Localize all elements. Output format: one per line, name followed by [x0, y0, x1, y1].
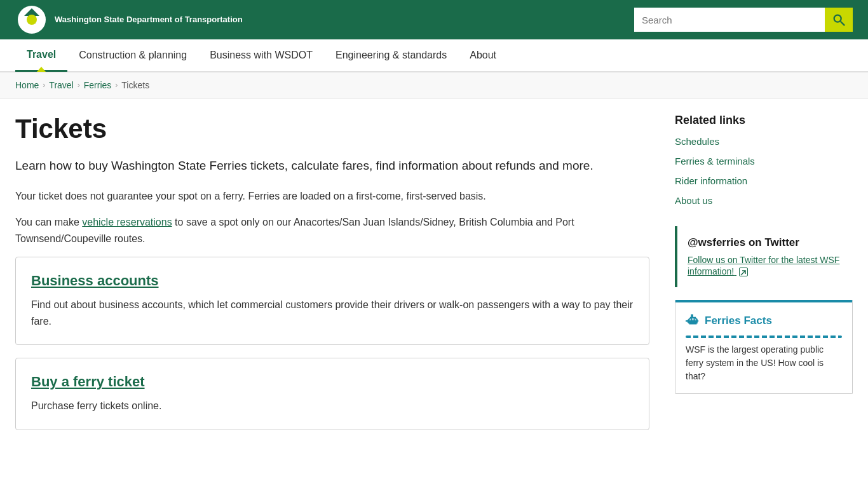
nav-item-construction[interactable]: Construction & planning: [67, 39, 198, 72]
body-text-2: You can make vehicle reservations to sav…: [15, 214, 649, 247]
ferry-icon: ⛴: [686, 313, 700, 329]
sidebar-link-rider-information[interactable]: Rider information: [675, 174, 853, 187]
page-title: Tickets: [15, 114, 649, 144]
sidebar-link-ferries-terminals[interactable]: Ferries & terminals: [675, 154, 853, 168]
main-nav: Travel Construction & planning Business …: [0, 39, 868, 72]
buy-ferry-ticket-link[interactable]: Buy a ferry ticket: [31, 374, 145, 390]
sidebar-link-about-us[interactable]: About us: [675, 194, 853, 207]
search-input[interactable]: [634, 8, 825, 32]
search-icon: [832, 13, 846, 27]
breadcrumb-home[interactable]: Home: [15, 80, 39, 90]
nav-item-engineering[interactable]: Engineering & standards: [324, 39, 458, 72]
body-text-1: Your ticket does not guarantee your spot…: [15, 188, 649, 205]
breadcrumb-sep-3: ›: [115, 81, 118, 90]
site-header: Washington State Department of Transport…: [0, 0, 868, 39]
sidebar-link-schedules[interactable]: Schedules: [675, 135, 853, 148]
svg-point-1: [27, 15, 37, 25]
twitter-follow-link[interactable]: Follow us on Twitter for the latest WSF …: [688, 255, 839, 276]
logo-text: Washington State Department of Transport…: [55, 15, 243, 25]
twitter-box: @wsferries on Twitter Follow us on Twitt…: [675, 226, 853, 287]
vehicle-reservations-link[interactable]: vehicle reservations: [82, 217, 172, 227]
breadcrumb-sep-2: ›: [78, 81, 80, 90]
main-content: Tickets Learn how to buy Washington Stat…: [15, 114, 649, 443]
ferries-facts-box: ⛴ Ferries Facts WSF is the largest opera…: [675, 300, 853, 394]
sidebar: Related links Schedules Ferries & termin…: [675, 114, 853, 443]
twitter-heading: @wsferries on Twitter: [688, 236, 843, 249]
page-body: Tickets Learn how to buy Washington Stat…: [0, 98, 868, 468]
svg-point-2: [834, 15, 841, 22]
breadcrumb-sep-1: ›: [43, 81, 45, 90]
buy-ferry-ticket-card: Buy a ferry ticket Purchase ferry ticket…: [15, 358, 649, 430]
wave-decoration: [686, 336, 842, 338]
external-link-icon: [739, 268, 748, 276]
business-accounts-card: Business accounts Find out about busines…: [15, 257, 649, 345]
related-links-section: Related links Schedules Ferries & termin…: [675, 114, 853, 207]
svg-line-3: [841, 22, 844, 25]
nav-item-about[interactable]: About: [458, 39, 508, 72]
related-links-heading: Related links: [675, 114, 853, 127]
nav-item-business[interactable]: Business with WSDOT: [198, 39, 324, 72]
buy-ferry-ticket-desc: Purchase ferry tickets online.: [31, 398, 634, 414]
ferries-facts-text: WSF is the largest operating public ferr…: [686, 343, 842, 383]
search-area: [634, 8, 853, 32]
breadcrumb-ferries[interactable]: Ferries: [84, 80, 112, 90]
breadcrumb-current: Tickets: [121, 80, 149, 90]
svg-line-4: [741, 271, 745, 275]
search-button[interactable]: [825, 8, 853, 32]
nav-item-travel[interactable]: Travel: [15, 39, 67, 72]
breadcrumb-travel[interactable]: Travel: [49, 80, 73, 90]
wsdot-logo-icon: [15, 4, 48, 35]
business-accounts-link[interactable]: Business accounts: [31, 273, 159, 289]
logo-link[interactable]: Washington State Department of Transport…: [15, 4, 243, 35]
breadcrumb: Home › Travel › Ferries › Tickets: [0, 72, 868, 98]
business-accounts-desc: Find out about business accounts, which …: [31, 297, 634, 329]
ferries-facts-heading: ⛴ Ferries Facts: [686, 313, 842, 329]
page-intro: Learn how to buy Washington State Ferrie…: [15, 157, 649, 175]
